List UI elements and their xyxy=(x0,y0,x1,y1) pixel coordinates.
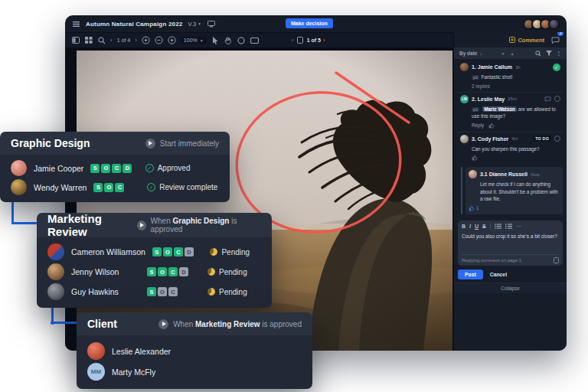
avatar xyxy=(460,63,469,71)
comment-text: Can you sharpen this passage? xyxy=(472,145,560,152)
comment-bubble-icon[interactable] xyxy=(544,96,551,102)
prev-version-chevron[interactable]: ‹ xyxy=(110,38,113,44)
chat-toggle[interactable]: 3 xyxy=(551,33,560,47)
prev-page-chevron[interactable]: ‹ xyxy=(292,38,294,44)
role-badge: D xyxy=(122,164,132,173)
comment-item[interactable]: LM 2. Leslie May 25m p1 Marie Watson xyxy=(458,93,563,132)
todo-badge[interactable]: TO DO xyxy=(533,136,551,142)
comment-actions-row: Comment 3 xyxy=(454,32,567,47)
avatar: MM xyxy=(87,363,105,381)
chat-count-badge: 3 xyxy=(557,32,564,36)
avatar xyxy=(47,283,64,300)
comments-list: 1. Jamie Callum 3h ✓ p1Fantastic shot! 2… xyxy=(454,59,567,351)
like-count[interactable]: 1 xyxy=(469,205,560,211)
search-comments-icon[interactable] xyxy=(535,51,541,57)
collapse-panel-button[interactable]: Collapse xyxy=(454,283,567,293)
card-title: Client xyxy=(87,318,117,330)
filter-icon[interactable] xyxy=(546,51,552,57)
reviewer-row: Wendy Warren S O C ✓ Review complete xyxy=(0,178,230,197)
collaborator-avatars xyxy=(526,18,560,30)
reviewer-name: Wendy Warren xyxy=(34,183,87,192)
version-dropdown[interactable]: V.3 ▼ xyxy=(188,21,202,28)
more-formatting-icon[interactable]: ⋯ xyxy=(516,224,522,230)
thumbnails-grid-icon[interactable] xyxy=(84,36,93,44)
card-header: Graphic Design Start immediately xyxy=(0,132,230,155)
play-icon xyxy=(137,220,146,230)
role-badge: D xyxy=(185,247,194,256)
avatar[interactable] xyxy=(548,18,560,30)
next-page-chevron[interactable]: › xyxy=(323,38,325,44)
expand-all-icon[interactable]: ▲ xyxy=(510,51,514,56)
comment-item[interactable]: 1. Jamie Callum 3h ✓ p1Fantastic shot! 2… xyxy=(458,60,563,93)
divider xyxy=(490,224,491,230)
strikethrough-button[interactable]: S xyxy=(482,224,486,229)
connector-dot xyxy=(51,321,54,325)
reply-item[interactable]: 3.1 Dianne Russell Now Let me check if I… xyxy=(466,167,563,214)
mention-chip[interactable]: Marie Watson xyxy=(482,106,517,112)
pointer-tool-icon[interactable] xyxy=(211,36,220,44)
numbered-list-icon[interactable] xyxy=(505,224,512,230)
comment-item[interactable]: 3. Cody Fisher 4m TO DO Can you sharpen … xyxy=(458,132,563,164)
make-decision-button[interactable]: Make decision xyxy=(286,18,333,28)
replies-link[interactable]: 2 replies xyxy=(472,83,560,89)
menu-icon[interactable] xyxy=(72,20,80,28)
role-badge: O xyxy=(158,267,167,276)
rectangle-tool-icon[interactable] xyxy=(250,36,259,44)
title-bar: Autumn Natural Campaign 2022 V.3 ▼ Make … xyxy=(65,15,567,32)
comment-button-label: Comment xyxy=(518,37,544,44)
bold-button[interactable]: B xyxy=(462,224,466,229)
role-badges: S O C D xyxy=(152,247,204,256)
add-comment-button[interactable]: Comment xyxy=(509,37,544,44)
zoom-out-icon[interactable] xyxy=(155,36,163,44)
workflow-card-client: Client When Marketing Review is approved… xyxy=(77,312,312,389)
play-icon xyxy=(158,319,168,329)
more-options-icon[interactable]: ⋮ xyxy=(557,51,562,57)
avatar xyxy=(47,243,64,260)
reply-time: Now xyxy=(531,172,540,177)
next-version-chevron[interactable]: › xyxy=(135,38,137,44)
zoom-level-dropdown[interactable]: 100% ▼ xyxy=(181,37,207,44)
role-badge: C xyxy=(168,287,178,296)
role-badges: S O C xyxy=(147,287,201,296)
ellipse-tool-icon[interactable] xyxy=(237,36,246,44)
left-panel-toggle-icon[interactable] xyxy=(71,36,80,44)
thumbs-up-icon[interactable] xyxy=(472,155,478,161)
workflow-connector xyxy=(11,222,38,224)
reviewer-name: Leslie Alexander xyxy=(112,347,302,356)
sort-label[interactable]: By date xyxy=(459,51,477,56)
compare-icon[interactable] xyxy=(142,36,150,44)
post-button[interactable]: Post xyxy=(458,270,483,279)
sort-direction-icon[interactable]: ↓ xyxy=(479,51,482,56)
pending-clock-icon xyxy=(210,248,217,256)
role-badge: C xyxy=(112,164,121,173)
reply-link[interactable]: Reply xyxy=(472,122,484,128)
comment-composer[interactable]: B I U S ⋯ Could you also crop it so xyxy=(458,220,563,266)
collapse-all-icon[interactable]: ▼ xyxy=(501,51,505,56)
avatar xyxy=(469,170,477,178)
cancel-button[interactable]: Cancel xyxy=(490,272,507,277)
pan-hand-tool-icon[interactable] xyxy=(224,36,233,44)
comment-time: 3h xyxy=(515,65,521,70)
resolved-check-icon[interactable]: ✓ xyxy=(553,64,560,71)
status-circle-icon[interactable] xyxy=(554,136,560,142)
comments-panel: Comment 3 By date ↓ ▼ ▲ xyxy=(453,32,567,351)
status-circle-icon[interactable] xyxy=(554,96,560,102)
page-indicator: 1 of 5 xyxy=(307,38,321,43)
card-header: Client When Marketing Review is approved xyxy=(77,312,312,335)
composer-input[interactable]: Could you also crop it so she's a bit cl… xyxy=(462,233,559,253)
composer-context: Replying comment on page 1 xyxy=(462,254,559,263)
zoom-in-icon[interactable] xyxy=(168,36,176,44)
present-screen-icon[interactable] xyxy=(207,20,215,28)
document-title: Autumn Natural Campaign 2022 xyxy=(86,21,183,28)
italic-button[interactable]: I xyxy=(469,224,471,229)
attach-page-icon[interactable] xyxy=(553,257,559,263)
bullet-list-icon[interactable] xyxy=(495,224,501,230)
approved-check-icon: ✓ xyxy=(147,183,155,191)
thumbs-up-icon[interactable] xyxy=(488,122,495,129)
reviewer-name: Cameron Williamson xyxy=(71,247,145,256)
search-icon[interactable] xyxy=(97,36,106,44)
role-badge: D xyxy=(179,267,188,276)
reviewer-row: Guy Hawkins S O C Pending xyxy=(37,282,272,302)
role-badges: S O C xyxy=(93,183,140,192)
underline-button[interactable]: U xyxy=(475,224,479,229)
